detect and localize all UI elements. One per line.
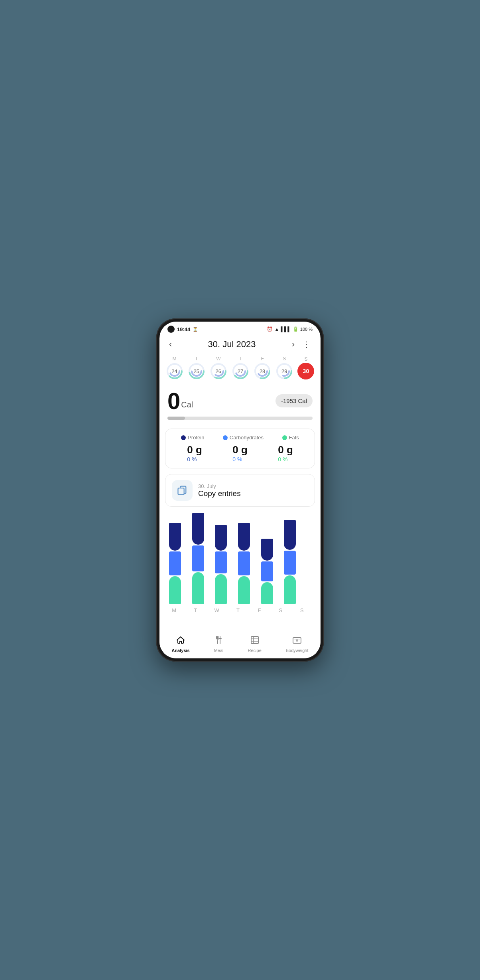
nav-analysis-label: Analysis: [171, 648, 189, 653]
fork-knife-icon: [214, 635, 224, 647]
day-circle-24: 24: [166, 362, 183, 380]
header-nav: ‹ 30. Jul 2023 › ⋮: [159, 334, 321, 354]
day-num-24: 24: [171, 368, 177, 374]
svg-point-28: [296, 640, 298, 641]
carbs-value: 0 g: [232, 444, 248, 456]
day-label-tue: T: [195, 356, 198, 362]
stacked-bar-wed: [215, 525, 227, 604]
nav-meal[interactable]: Meal: [211, 635, 227, 653]
day-monday[interactable]: M 24: [166, 356, 183, 380]
protein-value: 0 g: [187, 444, 202, 456]
fats-pct: 0 %: [278, 456, 287, 462]
week-row: M 24 T: [159, 354, 321, 383]
chart-label-w: W: [210, 607, 224, 613]
carbs-pct: 0 %: [232, 456, 242, 462]
status-bar: 19:44 ⏳ ⏰ ▲ ▌▌▌ 🔋 100 %: [159, 322, 321, 334]
calories-progress-fill: [167, 417, 185, 420]
svg-rect-18: [178, 488, 184, 494]
day-num-29: 29: [281, 368, 287, 374]
current-date-title: 30. Jul 2023: [208, 339, 256, 350]
scale-icon: [292, 635, 302, 647]
fats-value: 0 g: [278, 444, 293, 456]
chart-bars: [163, 516, 313, 604]
chart-section: M T W T F S S: [159, 512, 321, 617]
carbs-col: 0 g 0 %: [232, 444, 248, 462]
bar-fats-tue: [192, 572, 204, 604]
bar-carbs-sat: [284, 551, 296, 575]
next-day-button[interactable]: ›: [289, 338, 298, 351]
calories-section: 0 Cal -1953 Cal: [159, 383, 321, 423]
calories-remaining: -1953 Cal: [275, 394, 313, 407]
more-options-button[interactable]: ⋮: [299, 338, 314, 351]
bar-fats-thu: [238, 576, 250, 604]
day-saturday[interactable]: S 29: [275, 356, 293, 380]
day-label-sun: S: [304, 356, 307, 362]
bar-fats-fri: [261, 582, 273, 604]
stacked-bar-thu: [238, 523, 250, 604]
nav-analysis[interactable]: Analysis: [168, 635, 193, 653]
day-circle-25: 25: [188, 362, 205, 380]
copy-date: 30. July: [198, 483, 241, 489]
bar-fats-wed: [215, 574, 227, 604]
day-wednesday[interactable]: W 26: [210, 356, 227, 380]
day-label-wed: W: [216, 356, 220, 362]
chart-label-s2: S: [295, 607, 309, 613]
house-icon: [176, 635, 185, 647]
day-circle-29: 29: [275, 362, 293, 380]
fats-col: 0 g 0 %: [278, 444, 293, 462]
wifi-icon: ▲: [274, 326, 279, 332]
day-sunday[interactable]: S 30: [297, 356, 314, 379]
day-tuesday[interactable]: T 25: [188, 356, 205, 380]
day-friday[interactable]: F 28: [254, 356, 271, 380]
day-num-26: 26: [216, 368, 221, 374]
day-label-sat: S: [283, 356, 286, 362]
day-circle-26: 26: [210, 362, 227, 380]
day-num-25: 25: [193, 368, 199, 374]
bar-carbs-wed: [215, 551, 227, 573]
status-time: 19:44: [177, 326, 190, 332]
copy-title: Copy entries: [198, 489, 241, 498]
bar-wednesday: [215, 525, 227, 604]
chart-label-t2: T: [231, 607, 245, 613]
phone-screen: 19:44 ⏳ ⏰ ▲ ▌▌▌ 🔋 100 % ‹ 30. Jul 2023 ›…: [159, 322, 321, 658]
bar-monday: [169, 523, 181, 604]
chart-label-f: F: [252, 607, 266, 613]
chart-label-m: M: [167, 607, 181, 613]
stacked-bar-tue: [192, 513, 204, 604]
protein-pct: 0 %: [187, 456, 197, 462]
carbs-label-row: Carbohydrates: [223, 435, 264, 441]
chart-label-t1: T: [188, 607, 203, 613]
protein-col: 0 g 0 %: [187, 444, 202, 462]
phone-frame: 19:44 ⏳ ⏰ ▲ ▌▌▌ 🔋 100 % ‹ 30. Jul 2023 ›…: [156, 318, 324, 662]
status-right: ⏰ ▲ ▌▌▌ 🔋 100 %: [267, 326, 313, 332]
carbs-label: Carbohydrates: [230, 435, 264, 441]
chart-labels: M T W T F S S: [163, 604, 313, 613]
calories-row: 0 Cal -1953 Cal: [167, 389, 313, 413]
svg-rect-27: [293, 638, 301, 643]
nav-recipe-label: Recipe: [248, 648, 262, 653]
copy-text: 30. July Copy entries: [198, 483, 241, 498]
day-label-mon: M: [173, 356, 177, 362]
calories-main: 0 Cal: [167, 389, 193, 413]
nav-bodyweight[interactable]: Bodyweight: [283, 635, 312, 653]
bar-carbs-tue: [192, 545, 204, 571]
day-circle-27: 27: [232, 362, 249, 380]
bar-protein-tue: [192, 513, 204, 545]
battery-icon: 🔋: [293, 326, 299, 332]
stacked-bar-sat: [284, 520, 296, 604]
stacked-bar-fri: [261, 539, 273, 604]
book-icon: [250, 635, 260, 647]
bar-thursday: [238, 523, 250, 604]
prev-day-button[interactable]: ‹: [166, 338, 175, 351]
main-content: ‹ 30. Jul 2023 › ⋮ M: [159, 334, 321, 631]
macros-header: Protein Carbohydrates Fats: [172, 435, 308, 441]
copy-entries-card[interactable]: 30. July Copy entries: [165, 474, 315, 507]
macros-card: Protein Carbohydrates Fats 0 g 0 %: [165, 429, 315, 468]
bar-protein-thu: [238, 523, 250, 551]
day-thursday[interactable]: T 27: [232, 356, 249, 380]
macros-values: 0 g 0 % 0 g 0 % 0 g 0 %: [172, 444, 308, 462]
nav-recipe[interactable]: Recipe: [245, 635, 265, 653]
fats-dot: [282, 435, 287, 440]
alarm-icon: ⏰: [267, 326, 273, 332]
fats-label: Fats: [289, 435, 299, 441]
